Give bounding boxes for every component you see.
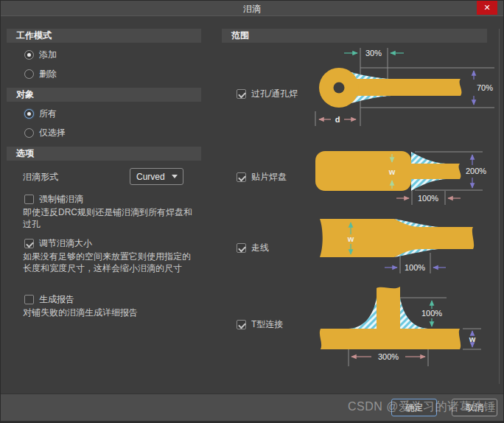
close-button[interactable]: ✕ — [477, 1, 497, 15]
section-header-options: 选项 — [7, 147, 201, 161]
section-header-scope: 范围 — [222, 29, 487, 43]
dim-label-70pct: 70% — [477, 83, 493, 92]
dialog-title: 泪滴 — [1, 3, 503, 15]
chevron-down-icon — [172, 175, 178, 178]
dim-label-w: w — [388, 167, 396, 176]
checkbox-smd-pad[interactable]: 贴片焊盘 — [237, 172, 287, 183]
checkbox-track[interactable]: 走线 — [237, 242, 269, 254]
dim-label-w: w — [347, 234, 354, 243]
close-icon: ✕ — [483, 3, 490, 12]
radio-icon[interactable] — [24, 69, 34, 79]
checkbox-smd-pad-label: 贴片焊盘 — [251, 171, 287, 183]
dim-label-100pct: 100% — [421, 309, 442, 318]
radio-icon[interactable] — [24, 50, 34, 60]
checkbox-generate-report[interactable]: 生成报告 — [24, 294, 74, 305]
scope-panel: 范围 过孔/通孔焊 30% — [222, 29, 500, 382]
checkbox-icon[interactable] — [24, 239, 34, 248]
checkbox-icon[interactable] — [237, 172, 246, 182]
radio-add[interactable]: 添加 — [24, 49, 57, 60]
section-header-objects: 对象 — [7, 88, 201, 102]
trace — [353, 79, 461, 96]
radio-all-label: 所有 — [39, 108, 57, 120]
radio-icon[interactable] — [24, 109, 34, 119]
dim-label-100pct: 100% — [405, 263, 425, 272]
trace — [320, 219, 474, 257]
dim-label-30pct: 30% — [365, 49, 382, 57]
dim-label-300pct: 300% — [378, 352, 399, 361]
t-junction-diagram: 100% w 300% — [301, 285, 499, 374]
dim-label-100pct: 100% — [418, 194, 438, 203]
via-pad-diagram: 30% 70% d — [301, 43, 499, 129]
radio-selected-only-label: 仅选择 — [39, 127, 66, 139]
radio-all[interactable]: 所有 — [24, 108, 57, 119]
checkbox-adjust-size-label: 调节泪滴大小 — [39, 237, 92, 250]
stem-trace — [377, 287, 400, 329]
teardrop-style-label: 泪滴形式 — [23, 171, 58, 183]
checkbox-generate-report-label: 生成报告 — [39, 293, 74, 306]
smd-pad-diagram: w 200% 100% — [301, 145, 499, 213]
radio-remove[interactable]: 删除 — [24, 69, 57, 80]
teardrop-style-dropdown[interactable]: Curved — [130, 168, 183, 185]
track-diagram: w 100% — [301, 216, 499, 279]
panel-divider — [499, 29, 500, 384]
checkbox-icon[interactable] — [237, 320, 246, 329]
checkbox-t-junction-label: T型连接 — [251, 318, 283, 331]
checkbox-force-teardrops[interactable]: 强制铺泪滴 — [24, 194, 83, 205]
adjust-size-description: 如果没有足够的空间来放置它则使用指定的长度和宽度尺寸，这样会缩小泪滴的尺寸 — [23, 251, 194, 274]
checkbox-icon[interactable] — [237, 89, 246, 99]
ok-button[interactable]: 确定 — [391, 399, 437, 416]
radio-add-label: 添加 — [39, 49, 57, 61]
radio-remove-label: 删除 — [39, 68, 57, 80]
dim-label-d: d — [335, 115, 340, 124]
force-teardrops-description: 即使违反DRC规则还是铺泪滴到所有焊盘和过孔 — [23, 207, 194, 230]
title-bar[interactable]: 泪滴 ✕ — [1, 1, 503, 16]
dim-label-w: w — [469, 335, 476, 343]
generate-report-description: 对铺失败的泪滴生成详细报告 — [23, 307, 194, 319]
checkbox-adjust-size[interactable]: 调节泪滴大小 — [24, 238, 92, 249]
checkbox-via-th-pad[interactable]: 过孔/通孔焊 — [237, 88, 303, 99]
checkbox-icon[interactable] — [237, 243, 246, 253]
bar-trace — [320, 329, 461, 349]
section-header-work-mode: 工作模式 — [7, 29, 201, 43]
dim-label-200pct: 200% — [466, 167, 486, 175]
checkbox-icon[interactable] — [24, 295, 34, 304]
checkbox-force-teardrops-label: 强制铺泪滴 — [39, 193, 83, 206]
teardrops-dialog: 泪滴 ✕ 工作模式 添加 删除 对象 所有 仅选择 选项 泪滴形式 Curved — [0, 0, 504, 423]
via-hole — [334, 83, 345, 94]
radio-selected-only[interactable]: 仅选择 — [24, 127, 66, 139]
settings-panel: 工作模式 添加 删除 对象 所有 仅选择 选项 泪滴形式 Curved 强制铺泪… — [7, 29, 201, 382]
smd-pad — [315, 151, 411, 191]
footer-bar: 确定 取消 — [1, 394, 503, 421]
checkbox-via-th-pad-label: 过孔/通孔焊 — [251, 88, 298, 99]
radio-icon[interactable] — [24, 128, 34, 138]
cancel-button[interactable]: 取消 — [452, 399, 497, 416]
checkbox-track-label: 走线 — [251, 242, 269, 254]
checkbox-t-junction[interactable]: T型连接 — [237, 319, 283, 330]
dropdown-value: Curved — [130, 172, 172, 182]
checkbox-icon[interactable] — [24, 195, 34, 204]
teardrop-hatch-left — [349, 298, 377, 329]
